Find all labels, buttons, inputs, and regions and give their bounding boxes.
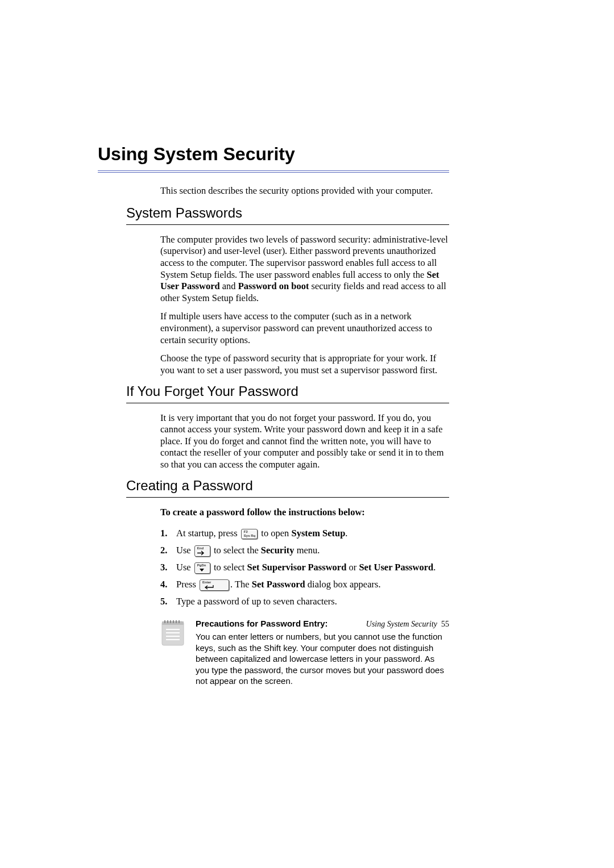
svg-rect-5 (173, 620, 174, 623)
text: Type a password of up to seven character… (176, 596, 337, 607)
section-heading-system-passwords: System Passwords (126, 205, 449, 221)
lead-text: To create a password follow the instruct… (160, 507, 449, 519)
list-item: At startup, press F2Sys Rq to open Syste… (160, 525, 449, 542)
paragraph: Choose the type of password security tha… (160, 353, 449, 376)
page-title: Using System Security (98, 144, 449, 168)
steps-list: At startup, press F2Sys Rq to open Syste… (160, 525, 449, 610)
paragraph: If multiple users have access to the com… (160, 311, 449, 346)
text-bold: Set Password (252, 579, 305, 590)
list-item: Type a password of up to seven character… (160, 593, 449, 610)
key-label: F2 (243, 530, 255, 534)
list-item: Use End to select the Security menu. (160, 542, 449, 559)
keycap-f2-icon: F2Sys Rq (241, 529, 258, 539)
paragraph: It is very important that you do not for… (160, 412, 449, 471)
text-bold: Security (261, 545, 294, 556)
list-item: Use PgDn to select Set Supervisor Passwo… (160, 559, 449, 576)
paragraph: The computer provides two levels of pass… (160, 234, 449, 304)
text: Press (176, 579, 198, 590)
key-label: Sys Rq (243, 534, 255, 538)
text: to select (211, 562, 247, 573)
text: menu. (294, 545, 320, 556)
text-bold: Password on boot (238, 281, 309, 291)
text: The computer provides two levels of pass… (160, 234, 448, 280)
text: Use (176, 545, 193, 556)
text: At startup, press (176, 528, 240, 539)
keycap-end-right-icon: End (194, 545, 210, 557)
svg-rect-7 (179, 620, 180, 623)
text-bold: System Setup (291, 528, 345, 539)
text: Use (176, 562, 193, 573)
text: or (346, 562, 359, 573)
text: . (345, 528, 347, 539)
svg-rect-2 (164, 620, 165, 623)
key-label: Enter (202, 581, 227, 585)
note-body: You can enter letters or numbers, but yo… (196, 632, 444, 686)
text-bold: Set Supervisor Password (247, 562, 347, 573)
list-item: Press Enter. The Set Password dialog box… (160, 576, 449, 593)
text: to select the (211, 545, 261, 556)
key-label: End (197, 546, 208, 550)
note-icon (160, 618, 185, 648)
text: and (220, 281, 238, 291)
section-rule (126, 497, 449, 498)
title-rule (98, 170, 449, 173)
footer-label: Using System Security (366, 620, 437, 628)
svg-rect-6 (176, 620, 177, 623)
page-number: 55 (441, 620, 449, 628)
key-label: PgDn (197, 564, 208, 567)
svg-rect-3 (167, 620, 168, 623)
section-rule (126, 403, 449, 403)
section-heading-forget-password: If You Forget Your Password (126, 383, 449, 399)
page-footer: Using System Security 55 (366, 620, 449, 629)
text: . (433, 562, 435, 573)
text: . The (230, 579, 252, 590)
text-bold: Set User Password (359, 562, 433, 573)
intro-text: This section describes the security opti… (160, 185, 449, 197)
section-rule (126, 224, 449, 225)
section-heading-creating-password: Creating a Password (126, 478, 449, 494)
text: dialog box appears. (305, 579, 381, 590)
svg-rect-4 (170, 620, 171, 623)
keycap-enter-icon: Enter (200, 579, 229, 591)
text: to open (259, 528, 291, 539)
keycap-pgdn-down-icon: PgDn (194, 562, 210, 574)
